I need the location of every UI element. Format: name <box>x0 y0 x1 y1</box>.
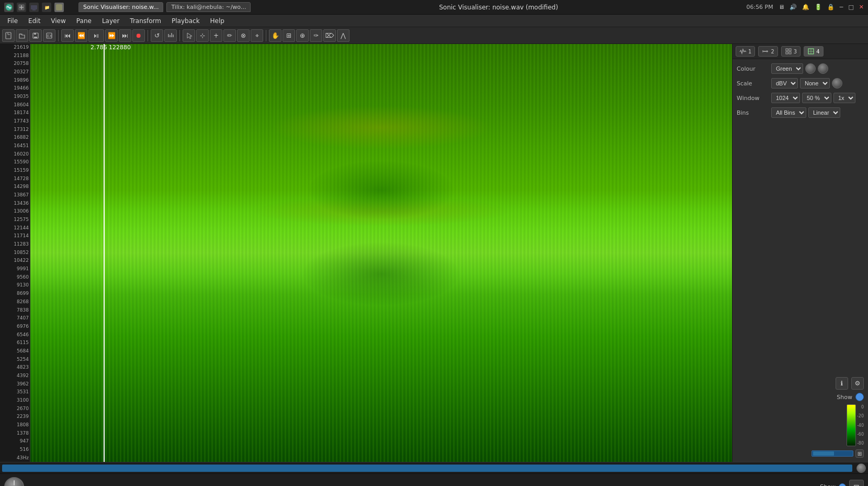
cursor-tool[interactable] <box>183 29 195 42</box>
tab-tilix[interactable]: Tilix: kali@nebula: ~/wo... <box>166 2 251 12</box>
window-row: Window 1024 50 % 1x <box>737 93 864 103</box>
titlebar-right: 06:56 PM 🖥 🔊 🔔 🔋 🔒 ─ □ ✕ <box>746 4 864 10</box>
spectrogram-view[interactable]: 2.786 122880 <box>30 44 732 462</box>
menu-layer[interactable]: Layer <box>98 16 123 26</box>
menu-view[interactable]: View <box>47 16 70 26</box>
freq-label-1: 21188 <box>1 53 29 59</box>
menu-file[interactable]: File <box>3 16 22 26</box>
menu-pane[interactable]: Pane <box>72 16 96 26</box>
settings-button[interactable]: ⚙ <box>851 377 864 390</box>
toolbar-sep-4 <box>266 30 266 41</box>
taskbar-icon-4[interactable] <box>54 3 64 12</box>
toolbar-sep-1 <box>58 30 59 41</box>
draw-tool[interactable]: ✏ <box>223 29 236 42</box>
zoom-in-tool[interactable]: + <box>210 29 222 42</box>
save-button[interactable] <box>29 29 42 42</box>
show-row: Show <box>837 393 864 401</box>
toolbar: EX ⏮ ⏪ ⏯ ⏩ ⏭ ⏺ ↺ ⊹ + ✏ ⊗ ⌖ ✋ ⊞ ⊕ ✑ ⌦ ⋀ <box>0 27 868 44</box>
svg-rect-21 <box>786 49 788 51</box>
layer-tab-1[interactable]: 1 <box>736 46 755 57</box>
volume-knob[interactable] <box>856 463 866 473</box>
tab-sonic-visualiser[interactable]: Sonic Visualiser: noise.w... <box>78 2 163 12</box>
scale-expand-button[interactable]: ⊞ <box>855 449 864 458</box>
freq-label-31: 8268 <box>1 300 29 305</box>
window-size-select[interactable]: 1024 <box>771 93 800 103</box>
color-scale-area: 0 -20 -40 -60 -80 <box>847 404 864 446</box>
freq-label-27: 9991 <box>1 267 29 272</box>
close-button[interactable]: ✕ <box>859 4 864 10</box>
colour-label: Colour <box>737 65 768 72</box>
colour-knob-2[interactable] <box>818 63 828 74</box>
color-scale-bar <box>847 404 856 446</box>
right-panel-content: 1 2 <box>732 44 868 462</box>
layer-tab-2[interactable]: 2 <box>758 46 777 57</box>
taskbar-icon-1[interactable] <box>17 3 26 12</box>
freq-label-48: 947 <box>1 439 29 444</box>
freq-label-50: 43Hz <box>1 456 29 461</box>
freq-label-21: 12575 <box>1 217 29 223</box>
toolbar-sep-3 <box>179 30 180 41</box>
rewind-button[interactable]: ⏪ <box>75 29 87 42</box>
measure-tool[interactable]: ⌖ <box>251 29 263 42</box>
snap-tool[interactable]: ⋀ <box>337 29 350 42</box>
scale-norm-select[interactable]: None <box>800 78 830 89</box>
next-button[interactable]: ⏭ <box>119 29 131 42</box>
maximize-button[interactable]: □ <box>848 4 853 10</box>
spectrogram-art-overlay <box>30 44 732 462</box>
bins-scale-select[interactable]: Linear <box>808 107 840 118</box>
show-toggle-right[interactable] <box>839 483 846 487</box>
scale-knob[interactable] <box>832 78 842 89</box>
open-button[interactable] <box>16 29 28 42</box>
select2-tool[interactable]: ⊞ <box>283 29 295 42</box>
freq-label-44: 2670 <box>1 406 29 412</box>
layer-tab-3[interactable]: 3 <box>781 46 801 57</box>
select-tool[interactable]: ⊹ <box>196 29 209 42</box>
window-pct-select[interactable]: 50 % <box>802 93 831 103</box>
freq-label-47: 1378 <box>1 431 29 436</box>
play-pause-button[interactable]: ⏯ <box>88 29 104 42</box>
scale-scroll-row: ⊞ <box>811 449 864 458</box>
erase-tool[interactable]: ⊗ <box>237 29 250 42</box>
menu-playback[interactable]: Playback <box>167 16 204 26</box>
loop-button[interactable]: ↺ <box>151 29 163 42</box>
sound-icon: 🔊 <box>790 4 797 10</box>
expand-right-button[interactable]: ⊟ <box>849 480 864 487</box>
menu-edit[interactable]: Edit <box>24 16 44 26</box>
freq-label-36: 6115 <box>1 340 29 346</box>
master-volume-knob[interactable] <box>4 477 24 487</box>
colour-knob-1[interactable] <box>805 63 816 74</box>
freq-label-20: 13006 <box>1 209 29 214</box>
scale-value-select[interactable]: dBV <box>771 78 798 89</box>
add-tool[interactable]: ⊕ <box>296 29 309 42</box>
bottom-icon-row: ℹ ⚙ <box>836 377 864 390</box>
scale-scrollbar[interactable] <box>811 450 853 457</box>
info-button[interactable]: ℹ <box>836 377 848 390</box>
freq-label-15: 15159 <box>1 168 29 173</box>
fast-forward-button[interactable]: ⏩ <box>105 29 118 42</box>
prev-button[interactable]: ⏮ <box>61 29 74 42</box>
menu-transform[interactable]: Transform <box>126 16 165 26</box>
bins-value-select[interactable]: All Bins <box>771 107 806 118</box>
menu-help[interactable]: Help <box>206 16 229 26</box>
delete-tool[interactable]: ⌦ <box>323 29 336 42</box>
window-mult-select[interactable]: 1x <box>833 93 855 103</box>
layer-tab-4[interactable]: 4 <box>804 46 823 57</box>
app-icon <box>4 3 14 12</box>
bins-label: Bins <box>737 109 768 116</box>
taskbar-icon-2[interactable] <box>29 3 39 12</box>
navigate-tool[interactable]: ✋ <box>269 29 281 42</box>
freq-label-10: 17312 <box>1 127 29 132</box>
layer-tabs: 1 2 <box>732 44 868 59</box>
show-toggle[interactable] <box>855 393 864 401</box>
taskbar-icon-3[interactable]: 📁 <box>42 3 51 12</box>
export-button[interactable]: EX <box>43 29 55 42</box>
new-button[interactable] <box>2 29 15 42</box>
record-button[interactable]: ⏺ <box>132 29 145 42</box>
colour-select[interactable]: Green <box>771 63 803 74</box>
pencil-tool[interactable]: ✑ <box>310 29 322 42</box>
timeline-scrollbar[interactable] <box>0 462 868 473</box>
scroll-track[interactable] <box>2 465 852 472</box>
minimize-button[interactable]: ─ <box>840 4 843 10</box>
realtime-button[interactable] <box>164 29 177 42</box>
freq-label-45: 2239 <box>1 414 29 419</box>
